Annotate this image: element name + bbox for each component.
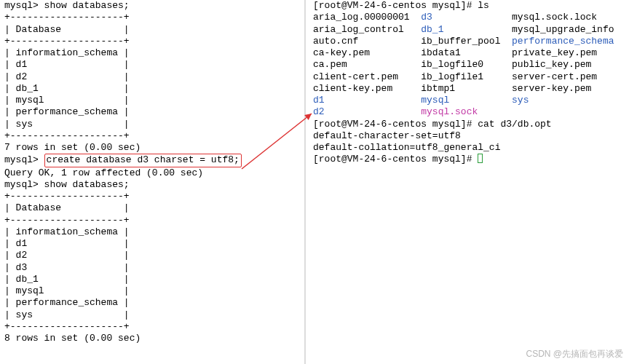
db-row: | db_1 | <box>4 83 303 95</box>
ls-row: ca-key.pem ibdata1 private_key.pem <box>313 47 626 59</box>
cursor-icon <box>478 154 483 163</box>
shell-cmd-cat: [root@VM-24-6-centos mysql]# cat d3/db.o… <box>313 119 626 130</box>
ls-row: d2 mysql.sock <box>313 106 626 118</box>
shell-cmd-ls: [root@VM-24-6-centos mysql]# ls <box>313 0 626 12</box>
pane-divider <box>304 0 306 364</box>
cat-output: default-character-set=utf8 <box>313 130 626 142</box>
mysql-cmd-show2: mysql> show databases; <box>4 179 303 191</box>
mysql-cmd-create: mysql> create database d3 charset = utf8… <box>4 154 303 167</box>
right-terminal[interactable]: [root@VM-24-6-centos mysql]# lsaria_log.… <box>313 0 626 166</box>
ls-row: aria_log.00000001 d3 mysql.sock.lock <box>313 12 626 23</box>
db-row: | d1 | <box>4 238 303 250</box>
db-row: | d1 | <box>4 59 303 71</box>
result-count-2: 8 rows in set (0.00 sec) <box>4 333 303 344</box>
db-row: | information_schema | <box>4 47 303 59</box>
db-row: | performance_schema | <box>4 297 303 309</box>
ls-row: aria_log_control db_1 mysql_upgrade_info <box>313 24 626 36</box>
ls-row: client-key.pem ibtmp1 server-key.pem <box>313 83 626 95</box>
highlight-box: create database d3 charset = utf8; <box>44 154 242 167</box>
db-row: | sys | <box>4 309 303 321</box>
ls-row: auto.cnf ib_buffer_pool performance_sche… <box>313 36 626 47</box>
ls-row: d1 mysql sys <box>313 95 626 106</box>
mysql-cmd-show1: mysql> show databases; <box>4 0 303 12</box>
left-terminal[interactable]: mysql> show databases;+-----------------… <box>4 0 303 344</box>
db-row: | db_1 | <box>4 274 303 285</box>
cat-output: default-collation=utf8_general_ci <box>313 142 626 154</box>
watermark: CSDN @先搞面包再谈爱 <box>526 349 623 360</box>
db-row: | performance_schema | <box>4 106 303 118</box>
db-row: | information_schema | <box>4 226 303 238</box>
result-count-1: 7 rows in set (0.00 sec) <box>4 142 303 154</box>
db-row: | mysql | <box>4 285 303 297</box>
db-row: | mysql | <box>4 95 303 106</box>
db-row: | d2 | <box>4 71 303 83</box>
ls-row: ca.pem ib_logfile0 public_key.pem <box>313 59 626 71</box>
shell-prompt-idle[interactable]: [root@VM-24-6-centos mysql]# <box>313 154 626 165</box>
db-row: | d2 | <box>4 250 303 261</box>
ls-row: client-cert.pem ib_logfile1 server-cert.… <box>313 71 626 83</box>
db-row: | d3 | <box>4 262 303 274</box>
query-ok: Query OK, 1 row affected (0.00 sec) <box>4 167 303 179</box>
db-row: | sys | <box>4 119 303 130</box>
